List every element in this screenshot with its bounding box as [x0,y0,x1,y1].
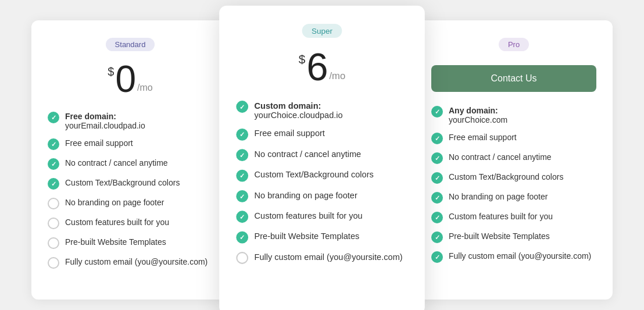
feature-item: Fully custom email (you@yoursite.com) [236,252,407,264]
checkmark: ✓ [435,234,440,241]
checkmark: ✓ [239,213,245,221]
badge-standard: Standard [106,38,155,51]
checkmark: ✓ [435,214,440,222]
feature-label: Free domain: [65,112,145,121]
feature-item: ✓Free email support [236,129,407,141]
check-icon-filled: ✓ [431,212,443,223]
plan-header-standard: Standard$0/mo [48,38,213,98]
feature-label: Custom features built for you [255,211,363,220]
check-icon-filled: ✓ [431,172,443,184]
checkmark: ✓ [435,174,440,182]
feature-label: Custom domain: [255,101,343,111]
feature-label: Fully custom email (you@yoursite.com) [449,251,591,261]
feature-label: No contract / cancel anytime [449,152,552,162]
price-dollar-super: $ [299,52,306,66]
feature-label: No contract / cancel anytime [65,158,168,168]
badge-pro: Pro [499,38,529,51]
check-icon-filled: ✓ [236,190,248,202]
plan-card-standard: Standard$0/mo✓Free domain:yourEmail.clou… [31,20,229,300]
feature-item: ✓Custom domain:yourChoice.cloudpad.io [236,101,407,120]
feature-item: ✓Custom features built for you [236,211,407,223]
checkmark: ✓ [51,114,56,122]
check-icon-filled: ✓ [431,133,443,144]
checkmark: ✓ [435,108,440,116]
feature-label: Pre-built Website Templates [65,237,166,247]
feature-item: ✓Free domain:yourEmail.cloudpad.io [48,112,213,130]
check-icon-filled: ✓ [431,192,443,204]
plan-card-super: Super$6/mo✓Custom domain:yourChoice.clou… [219,6,425,310]
feature-label: No branding on page footer [449,192,548,201]
feature-item: Custom features built for you [48,218,213,229]
checkmark: ✓ [239,151,245,159]
check-icon-filled: ✓ [48,112,59,123]
feature-item: ✓Fully custom email (you@yoursite.com) [431,251,596,263]
pricing-container: Standard$0/mo✓Free domain:yourEmail.clou… [0,0,644,310]
checkmark: ✓ [239,233,245,241]
checkmark: ✓ [239,172,245,180]
feature-label: Pre-built Website Templates [449,231,550,241]
feature-list-standard: ✓Free domain:yourEmail.cloudpad.io✓Free … [48,112,213,269]
feature-item: ✓Free email support [431,133,596,144]
feature-label: Fully custom email (you@yoursite.com) [255,252,403,262]
checkmark: ✓ [239,193,245,201]
check-icon-filled: ✓ [48,158,59,170]
feature-label: Any domain: [449,106,507,115]
feature-label: No branding on page footer [255,190,357,200]
feature-label: Pre-built Website Templates [255,231,360,241]
feature-text: Any domain:yourChoice.com [449,106,507,124]
feature-item: Pre-built Website Templates [48,237,213,249]
check-icon-filled: ✓ [236,149,248,161]
feature-text: Free domain:yourEmail.cloudpad.io [65,112,145,130]
checkmark: ✓ [239,131,245,139]
price-period-standard: /mo [137,83,153,93]
feature-item: ✓Custom Text/Background colors [431,172,596,184]
price-number-standard: 0 [115,60,136,98]
check-icon-filled: ✓ [48,178,59,190]
checkmark: ✓ [51,141,56,148]
feature-item: ✓Custom Text/Background colors [236,170,407,182]
feature-item: ✓No contract / cancel anytime [48,158,213,170]
plan-header-super: Super$6/mo [236,24,407,86]
feature-label: No contract / cancel anytime [255,149,362,159]
checkmark: ✓ [239,103,245,111]
check-icon-filled: ✓ [431,251,443,263]
feature-label: Custom Text/Background colors [449,172,563,181]
plan-header-pro: ProContact Us [431,38,596,92]
feature-label: Custom Text/Background colors [255,170,374,180]
checkmark: ✓ [51,161,56,168]
feature-item: Fully custom email (you@yoursite.com) [48,257,213,269]
feature-item: ✓Free email support [48,138,213,150]
check-icon-filled: ✓ [431,106,443,117]
feature-sublabel: yourChoice.cloudpad.io [255,111,343,120]
check-icon-filled: ✓ [236,170,248,182]
feature-label: Free email support [65,138,133,148]
price-row-standard: $0/mo [48,60,213,98]
check-icon-empty [48,257,59,269]
feature-label: Free email support [449,133,517,142]
feature-item: ✓No branding on page footer [236,190,407,202]
check-icon-empty [48,237,59,249]
check-icon-empty [48,198,59,209]
feature-list-super: ✓Custom domain:yourChoice.cloudpad.io✓Fr… [236,101,407,264]
check-icon-filled: ✓ [236,129,248,141]
checkmark: ✓ [435,194,440,202]
checkmark: ✓ [435,135,440,142]
feature-label: Free email support [255,129,325,138]
price-period-super: /mo [329,70,345,81]
feature-item: ✓No contract / cancel anytime [236,149,407,161]
feature-item: ✓No branding on page footer [431,192,596,204]
check-icon-filled: ✓ [431,231,443,243]
price-row-super: $6/mo [236,48,407,87]
price-number-super: 6 [306,48,328,87]
badge-super: Super [302,24,342,38]
feature-sublabel: yourEmail.cloudpad.io [65,121,145,130]
check-icon-filled: ✓ [236,231,248,244]
checkmark: ✓ [51,180,56,188]
feature-label: Custom Text/Background colors [65,178,180,187]
feature-label: Custom features built for you [449,212,553,221]
feature-item: ✓Any domain:yourChoice.com [431,106,596,124]
feature-text: Custom domain:yourChoice.cloudpad.io [255,101,343,120]
feature-label: Custom features built for you [65,218,169,227]
contact-button-pro[interactable]: Contact Us [431,65,596,92]
check-icon-filled: ✓ [431,152,443,164]
